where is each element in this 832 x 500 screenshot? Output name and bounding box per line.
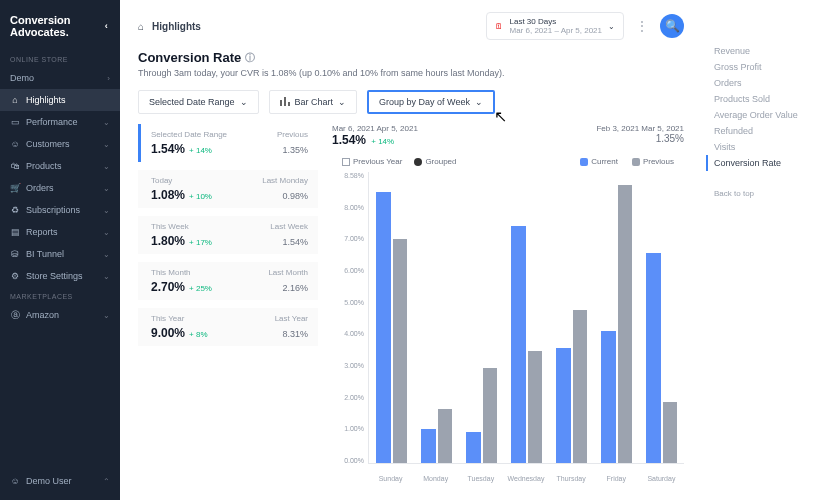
sidebar-item-orders[interactable]: 🛒Orders⌄: [0, 177, 120, 199]
chevron-down-icon: ⌄: [103, 162, 110, 171]
more-menu-icon[interactable]: ⋮: [632, 19, 652, 33]
search-button[interactable]: 🔍: [660, 14, 684, 38]
bar-previous[interactable]: [393, 239, 408, 463]
chart-current-range: Mar 6, 2021 Apr 5, 2021: [332, 124, 418, 133]
sidebar-item-reports[interactable]: ▤Reports⌄: [0, 221, 120, 243]
chevron-down-icon: ⌄: [103, 311, 110, 320]
user-icon: ☺: [10, 476, 20, 486]
bar-previous[interactable]: [438, 409, 453, 463]
nav-icon: 🛍: [10, 161, 20, 171]
filter-date-range[interactable]: Selected Date Range ⌄: [138, 90, 259, 114]
metric-card[interactable]: This MonthLast Month2.70%+ 25%2.16%: [138, 262, 318, 300]
sidebar-item-bi-tunnel[interactable]: ⛁BI Tunnel⌄: [0, 243, 120, 265]
chevron-down-icon: ⌄: [103, 118, 110, 127]
chart-current-value: 1.54%: [332, 133, 366, 147]
sidebar-amazon[interactable]: ⓐ Amazon ⌄: [0, 304, 120, 326]
bar-current[interactable]: [556, 348, 571, 463]
legend-prev-year[interactable]: Previous Year: [342, 157, 402, 166]
chevron-down-icon: ⌄: [240, 97, 248, 107]
bar-group: [643, 172, 680, 463]
chevron-up-icon: ⌃: [103, 477, 110, 486]
section-marketplaces: MARKETPLACES: [0, 287, 120, 304]
metric-card[interactable]: TodayLast Monday1.08%+ 10%0.98%: [138, 170, 318, 208]
brand-logo: Conversion Advocates. ‹: [0, 8, 120, 50]
nav-icon: ▤: [10, 227, 20, 237]
sidebar-item-store-settings[interactable]: ⚙Store Settings⌄: [0, 265, 120, 287]
sidebar-item-highlights[interactable]: ⌂Highlights: [0, 89, 120, 111]
chevron-down-icon: ⌄: [608, 22, 615, 31]
metric-nav-item[interactable]: Visits: [714, 139, 820, 155]
svg-rect-0: [280, 100, 282, 106]
bar-chart-icon: [280, 96, 290, 108]
x-axis: SundayMondayTuesdayWednesdayThursdayFrid…: [368, 475, 684, 482]
chevron-down-icon: ⌄: [103, 250, 110, 259]
bar-group: [508, 172, 545, 463]
sidebar-item-products[interactable]: 🛍Products⌄: [0, 155, 120, 177]
collapse-icon[interactable]: ‹: [102, 21, 110, 31]
sidebar-item-customers[interactable]: ☺Customers⌄: [0, 133, 120, 155]
legend-grouped[interactable]: Grouped: [414, 157, 456, 166]
metric-card[interactable]: Selected Date RangePrevious1.54%+ 14%1.3…: [138, 124, 318, 162]
metric-nav-item[interactable]: Revenue: [714, 43, 820, 59]
bar-group: [418, 172, 455, 463]
sidebar-item-performance[interactable]: ▭Performance⌄: [0, 111, 120, 133]
bar-group: [373, 172, 410, 463]
metric-nav-item[interactable]: Orders: [714, 75, 820, 91]
section-online-store: ONLINE STORE: [0, 50, 120, 67]
sidebar-item-subscriptions[interactable]: ♻Subscriptions⌄: [0, 199, 120, 221]
metric-nav-item[interactable]: Average Order Value: [714, 107, 820, 123]
date-range-picker[interactable]: 🗓 Last 30 Days Mar 6, 2021 – Apr 5, 2021…: [486, 12, 624, 40]
bar-previous[interactable]: [483, 368, 498, 463]
metric-nav-item[interactable]: Conversion Rate: [706, 155, 820, 171]
metric-nav-item[interactable]: Gross Profit: [714, 59, 820, 75]
bar-previous[interactable]: [528, 351, 543, 463]
bar-current[interactable]: [601, 331, 616, 463]
page-title: Conversion Rate ⓘ: [138, 50, 684, 65]
bar-previous[interactable]: [573, 310, 588, 463]
bar-current[interactable]: [466, 432, 481, 463]
chevron-down-icon: ⌄: [103, 206, 110, 215]
metric-nav-item[interactable]: Products Sold: [714, 91, 820, 107]
nav-icon: ⚙: [10, 271, 20, 281]
metric-nav-item[interactable]: Refunded: [714, 123, 820, 139]
nav-icon: ⛁: [10, 249, 20, 259]
chart-prev-value: 1.35%: [656, 133, 684, 144]
amazon-icon: ⓐ: [10, 310, 20, 320]
sidebar-demo-label: Demo: [10, 73, 34, 83]
bar-group: [598, 172, 635, 463]
info-icon[interactable]: ⓘ: [245, 51, 255, 65]
sidebar-demo[interactable]: Demo ›: [0, 67, 120, 89]
bar-group: [553, 172, 590, 463]
chart-legend: Previous Year Grouped Current Previous: [342, 157, 684, 166]
sidebar-amazon-label: Amazon: [26, 310, 59, 320]
search-icon: 🔍: [665, 19, 680, 33]
date-range-value: Mar 6, 2021 – Apr 5, 2021: [509, 26, 602, 35]
metric-card[interactable]: This YearLast Year9.00%+ 8%8.31%: [138, 308, 318, 346]
legend-current: Current: [580, 157, 618, 166]
bar-chart: 0.00%1.00%2.00%3.00%4.00%5.00%6.00%7.00%…: [332, 172, 684, 482]
back-to-top[interactable]: Back to top: [714, 186, 820, 201]
content: ⌂ Highlights 🗓 Last 30 Days Mar 6, 2021 …: [120, 0, 702, 500]
legend-previous: Previous: [632, 157, 674, 166]
filter-chart-type[interactable]: Bar Chart ⌄: [269, 90, 358, 114]
nav-icon: ♻: [10, 205, 20, 215]
bar-previous[interactable]: [663, 402, 678, 463]
brand-text: Conversion Advocates.: [10, 14, 102, 38]
main: ⌂ Highlights 🗓 Last 30 Days Mar 6, 2021 …: [120, 0, 832, 500]
svg-rect-1: [284, 97, 286, 106]
topbar: ⌂ Highlights 🗓 Last 30 Days Mar 6, 2021 …: [138, 12, 684, 40]
bar-previous[interactable]: [618, 185, 633, 463]
metric-cards: Selected Date RangePrevious1.54%+ 14%1.3…: [138, 124, 318, 482]
filter-group-by[interactable]: Group by Day of Week ⌄ ↖: [367, 90, 495, 114]
bar-current[interactable]: [376, 192, 391, 463]
metric-card[interactable]: This WeekLast Week1.80%+ 17%1.54%: [138, 216, 318, 254]
nav-icon: ☺: [10, 139, 20, 149]
bar-current[interactable]: [646, 253, 661, 463]
chevron-right-icon: ›: [107, 74, 110, 83]
bar-current[interactable]: [421, 429, 436, 463]
sidebar-user[interactable]: ☺ Demo User ⌃: [0, 470, 120, 492]
home-icon[interactable]: ⌂: [138, 21, 144, 32]
chevron-down-icon: ⌄: [103, 228, 110, 237]
bar-current[interactable]: [511, 226, 526, 463]
chart-current-change: + 14%: [371, 137, 394, 146]
